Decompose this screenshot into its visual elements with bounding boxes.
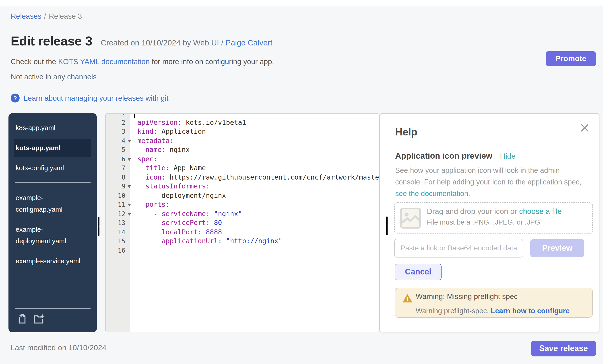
sidebar-footer — [14, 308, 92, 329]
doc-line: Check out the KOTS YAML documentation fo… — [11, 57, 274, 66]
last-modified: Last modified on 10/10/2024 — [11, 343, 106, 353]
hide-link[interactable]: Hide — [500, 152, 516, 161]
code-line: apiVersion: kots.io/v1beta1 — [133, 118, 246, 127]
code-line: applicationUrl: "http://nginx" — [133, 237, 282, 246]
image-placeholder-icon — [400, 208, 421, 230]
save-release-button[interactable]: Save release — [531, 341, 596, 356]
breadcrumb: Releases/Release 3 — [11, 12, 82, 21]
icon-preview-description: See how your application icon will look … — [395, 165, 594, 199]
line-number: 6 — [106, 154, 125, 164]
fold-arrow-icon[interactable] — [128, 204, 131, 206]
line-number: 7 — [106, 164, 125, 173]
choose-file-link[interactable]: choose a file — [519, 207, 562, 216]
cancel-button[interactable]: Cancel — [395, 264, 441, 280]
code-line: metadata: — [133, 136, 174, 145]
icon-url-input[interactable] — [394, 239, 523, 257]
top-strip — [0, 0, 603, 6]
code-line: ports: — [133, 200, 170, 209]
icon-preview-title: Application icon preview — [395, 151, 492, 161]
line-number: 4 — [106, 136, 125, 145]
icon-dropzone[interactable]: Drag and drop your icon or choose a file… — [394, 202, 593, 234]
dropzone-text: Drag and drop your icon or choose a file… — [427, 207, 562, 226]
warning-icon — [403, 294, 412, 304]
code-line: title: App Name — [133, 164, 206, 173]
warning-title: Warning: Missing preflight spec — [416, 292, 518, 301]
line-number: 8 — [106, 173, 125, 182]
code-line: kind: Application — [133, 127, 206, 136]
line-number: 9 — [106, 182, 125, 191]
fold-arrow-icon[interactable] — [128, 158, 131, 161]
code-line: localPort: 8888 — [133, 227, 222, 237]
created-meta: Created on 10/10/2024 by Web UI / Paige … — [101, 38, 273, 48]
fold-arrow-icon[interactable] — [128, 213, 131, 215]
file-list: k8s-app.yaml kots-app.yaml kots-config.y… — [9, 113, 97, 270]
line-number: 13 — [106, 218, 125, 227]
breadcrumb-releases-link[interactable]: Releases — [11, 12, 41, 20]
file-sidebar: k8s-app.yaml kots-app.yaml kots-config.y… — [9, 113, 97, 332]
preflight-warning-box: Warning: Missing preflight spec Warning … — [395, 288, 593, 318]
code-line: spec: — [133, 154, 157, 164]
line-number: 11 — [106, 200, 125, 209]
title-row: Edit release 3 Created on 10/10/2024 by … — [11, 34, 272, 49]
icon-preview-section-header: Application icon preview Hide — [395, 151, 516, 161]
warning-detail: Warning preflight-spec. Learn how to con… — [416, 307, 570, 315]
learn-how-to-configure-link[interactable]: Learn how to configure — [491, 307, 570, 315]
line-number: 16 — [106, 246, 125, 255]
file-item-kots-config[interactable]: kots-config.yaml — [14, 159, 88, 177]
yaml-editor[interactable]: 1--- 2apiVersion: kots.io/v1beta1 3kind:… — [105, 113, 380, 332]
breadcrumb-current: Release 3 — [49, 12, 82, 20]
sidebar-resize-handle[interactable] — [98, 217, 104, 226]
close-icon[interactable] — [580, 123, 589, 132]
help-panel: Help Application icon preview Hide See h… — [380, 113, 599, 332]
add-file-icon[interactable] — [17, 314, 28, 325]
code-line: name: nginx — [133, 145, 190, 154]
git-help-row: ? Learn about managing your releases wit… — [11, 94, 168, 102]
icon-url-row: Preview — [394, 239, 593, 257]
line-number: 12 — [106, 209, 125, 218]
code-line: --- — [133, 113, 150, 118]
author-link[interactable]: Paige Calvert — [225, 38, 272, 47]
channel-status: Not active in any channels — [11, 73, 97, 81]
promote-button[interactable]: Promote — [546, 51, 596, 66]
code-line: icon: https://raw.githubusercontent.com/… — [133, 173, 380, 182]
code-line: servicePort: 80 — [133, 218, 222, 227]
line-number: 14 — [106, 227, 125, 237]
code-line: - deployment/nginx — [133, 191, 226, 200]
file-item-example-configmap[interactable]: example-configmap.yaml — [14, 189, 88, 218]
page-title: Edit release 3 — [11, 34, 92, 49]
see-documentation-link[interactable]: see the documentation — [395, 189, 468, 197]
line-number: 3 — [106, 127, 125, 136]
preview-button[interactable]: Preview — [530, 239, 584, 257]
git-releases-link[interactable]: Learn about managing your releases with … — [24, 94, 168, 102]
question-icon: ? — [11, 94, 20, 102]
breadcrumb-separator: / — [44, 12, 46, 20]
add-folder-icon[interactable] — [34, 314, 45, 325]
code-line — [133, 246, 137, 255]
code-rows: 1--- 2apiVersion: kots.io/v1beta1 3kind:… — [106, 113, 379, 255]
page: Releases/Release 3 Edit release 3 Create… — [0, 0, 603, 364]
code-line: - serviceName: "nginx" — [133, 209, 242, 218]
sidebar-divider — [15, 182, 91, 183]
line-number: 2 — [106, 118, 125, 127]
fold-arrow-icon[interactable] — [128, 185, 131, 188]
file-item-example-service[interactable]: example-service.yaml — [14, 252, 88, 270]
line-number: 15 — [106, 237, 125, 246]
file-item-example-deployment[interactable]: example-deployment.yaml — [14, 221, 88, 250]
help-resize-handle[interactable] — [386, 217, 393, 226]
line-number: 5 — [106, 145, 125, 154]
file-item-k8s-app[interactable]: k8s-app.yaml — [14, 119, 88, 137]
line-number: 1 — [106, 113, 125, 118]
file-item-kots-app[interactable]: kots-app.yaml — [14, 139, 92, 157]
kots-yaml-doc-link[interactable]: KOTS YAML documentation — [58, 57, 150, 66]
help-panel-title: Help — [395, 126, 417, 138]
code-line: statusInformers: — [133, 182, 210, 191]
sidebar-footer-divider — [15, 308, 91, 309]
fold-arrow-icon[interactable] — [128, 140, 131, 142]
line-number: 10 — [106, 191, 125, 200]
